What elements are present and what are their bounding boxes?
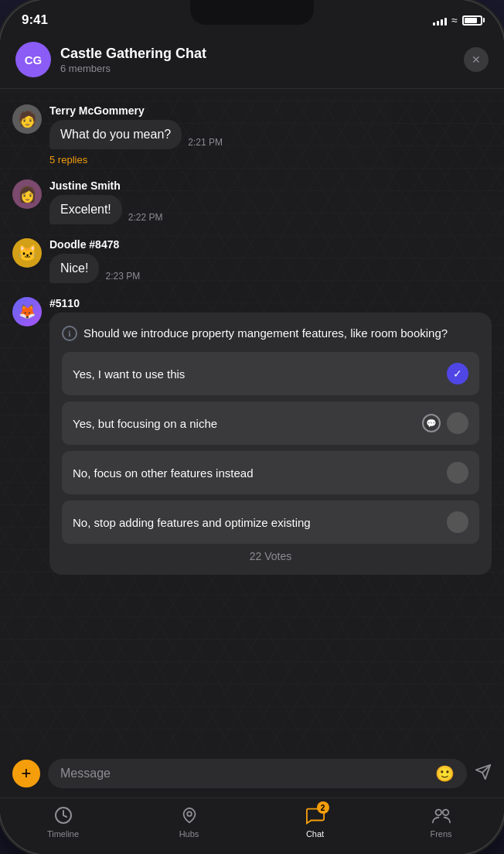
input-bar: + Message 🙂 <box>0 751 504 798</box>
poll-circle-2 <box>447 412 468 434</box>
emoji-button[interactable]: 🙂 <box>435 764 455 783</box>
svg-point-3 <box>442 810 448 815</box>
close-button[interactable]: ✕ <box>464 47 489 72</box>
msg-time-doodle: 2:23 PM <box>105 271 140 283</box>
poll-option-text-1: Yes, I want to use this <box>73 367 447 381</box>
message-row-justine: 👩 Justine Smith Excelent! 2:22 PM <box>12 179 492 224</box>
signal-bar-1 <box>433 22 435 26</box>
signal-bar-2 <box>437 21 439 26</box>
poll-option-right-4 <box>447 511 468 533</box>
message-row: 🧑 Terry McGommery What do you mean? 2:21… <box>12 104 492 166</box>
msg-content-terry: Terry McGommery What do you mean? 2:21 P… <box>49 104 492 166</box>
poll-option-2[interactable]: Yes, but focusing on a niche 💬 <box>62 401 479 445</box>
nav-item-chat[interactable]: 2 Chat <box>252 804 378 839</box>
poll-header: ℹ Should we introduce property mangement… <box>62 325 479 341</box>
chat-badge: 2 <box>317 801 329 814</box>
poll-card: ℹ Should we introduce property mangement… <box>49 313 492 575</box>
header-divider <box>0 88 504 89</box>
chat-area: 🧑 Terry McGommery What do you mean? 2:21… <box>0 97 504 751</box>
msg-content-5110: #5110 ℹ Should we introduce property man… <box>49 297 492 575</box>
msg-bubble-row-terry: What do you mean? 2:21 PM <box>49 120 492 149</box>
nav-item-frens[interactable]: Frens <box>378 804 504 839</box>
poll-circle-3 <box>447 462 468 483</box>
msg-sender-justine: Justine Smith <box>49 179 492 192</box>
header-subtitle: 6 members <box>60 63 464 74</box>
message-placeholder: Message <box>60 767 111 781</box>
timeline-icon <box>53 804 74 826</box>
poll-check-icon-1: ✓ <box>447 363 468 384</box>
poll-votes: 22 Votes <box>62 550 479 562</box>
battery-fill <box>465 18 477 23</box>
signal-bar-3 <box>441 19 443 26</box>
avatar-terry: 🧑 <box>12 104 42 134</box>
poll-option-4[interactable]: No, stop adding features and optimize ex… <box>62 500 479 544</box>
screen: 9:41 ≈ CG Castle Gathering Chat 6 member… <box>0 0 504 854</box>
message-row-5110: 🦊 #5110 ℹ Should we introduce property m… <box>12 297 492 575</box>
status-time: 9:41 <box>22 12 48 28</box>
add-attachment-button[interactable]: + <box>12 760 40 787</box>
timeline-label: Timeline <box>47 829 79 839</box>
msg-sender-doodle: Doodle #8478 <box>49 238 492 251</box>
poll-option-right-1: ✓ <box>447 363 468 384</box>
msg-bubble-justine: Excelent! <box>49 195 122 224</box>
msg-time-justine: 2:22 PM <box>128 212 163 224</box>
poll-option-3[interactable]: No, focus on other features instead <box>62 451 479 494</box>
msg-content-doodle: Doodle #8478 Nice! 2:23 PM <box>49 238 492 283</box>
msg-sender-terry: Terry McGommery <box>49 104 492 117</box>
hubs-icon <box>179 804 200 826</box>
avatar-justine: 👩 <box>12 179 42 209</box>
poll-option-text-4: No, stop adding features and optimize ex… <box>73 516 447 529</box>
msg-bubble-row-justine: Excelent! 2:22 PM <box>49 195 492 224</box>
avatar-doodle: 🐱 <box>12 238 42 268</box>
msg-bubble-terry: What do you mean? <box>49 120 182 149</box>
poll-option-text-3: No, focus on other features instead <box>73 466 447 480</box>
msg-bubble-row-doodle: Nice! 2:23 PM <box>49 254 492 283</box>
phone-frame: 9:41 ≈ CG Castle Gathering Chat 6 member… <box>0 0 504 854</box>
poll-chat-icon-2: 💬 <box>422 414 441 432</box>
poll-option-text-2: Yes, but focusing on a niche <box>73 417 422 430</box>
frens-label: Frens <box>430 829 451 839</box>
header-info: Castle Gathering Chat 6 members <box>60 46 464 74</box>
wifi-icon: ≈ <box>451 14 458 26</box>
hubs-label: Hubs <box>179 829 199 839</box>
header-avatar: CG <box>15 42 51 77</box>
status-icons: ≈ <box>433 14 482 26</box>
msg-replies-terry[interactable]: 5 replies <box>49 154 492 166</box>
msg-content-justine: Justine Smith Excelent! 2:22 PM <box>49 179 492 224</box>
nav-item-timeline[interactable]: Timeline <box>0 804 126 839</box>
avatar-5110: 🦊 <box>12 297 42 326</box>
svg-point-1 <box>187 811 192 816</box>
poll-circle-4 <box>447 511 468 533</box>
chat-icon: 2 <box>305 804 326 826</box>
plus-icon: + <box>22 763 32 784</box>
bottom-nav: Timeline Hubs 2 <box>0 798 504 854</box>
msg-time-terry: 2:21 PM <box>188 137 223 149</box>
svg-point-2 <box>435 810 441 815</box>
message-input-wrapper[interactable]: Message 🙂 <box>48 759 467 788</box>
info-icon: ℹ <box>62 326 77 341</box>
msg-bubble-doodle: Nice! <box>49 254 99 283</box>
poll-option-right-3 <box>447 462 468 483</box>
nav-item-hubs[interactable]: Hubs <box>126 804 252 839</box>
message-row-doodle: 🐱 Doodle #8478 Nice! 2:23 PM <box>12 238 492 283</box>
chat-header: CG Castle Gathering Chat 6 members ✕ <box>0 34 504 85</box>
frens-icon <box>431 804 452 826</box>
battery-icon <box>462 15 482 26</box>
msg-sender-5110: #5110 <box>49 297 492 309</box>
phone-notch <box>190 0 314 25</box>
header-title: Castle Gathering Chat <box>60 46 464 62</box>
chat-label: Chat <box>306 829 324 839</box>
send-button[interactable] <box>475 763 492 784</box>
poll-option-right-2: 💬 <box>422 412 468 434</box>
signal-bars-icon <box>433 15 447 26</box>
signal-bar-4 <box>444 18 447 26</box>
poll-question: Should we introduce property mangement f… <box>83 325 448 341</box>
poll-option-1[interactable]: Yes, I want to use this ✓ <box>62 352 479 395</box>
